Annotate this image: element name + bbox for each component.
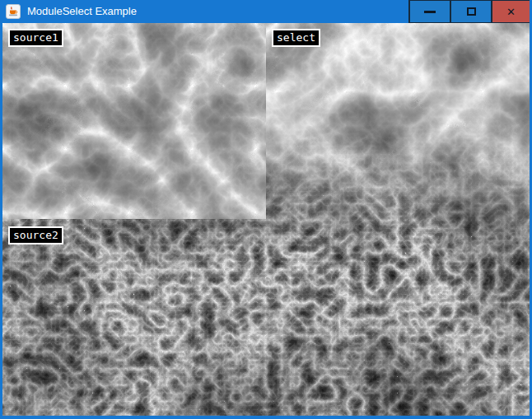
- maximize-icon: [467, 7, 476, 16]
- titlebar[interactable]: ModuleSelect Example ✕: [0, 0, 532, 23]
- close-button[interactable]: ✕: [491, 0, 530, 23]
- app-window: ModuleSelect Example ✕: [0, 0, 532, 419]
- label-source2: source2: [8, 226, 63, 244]
- noise-layer-select-top: [266, 23, 530, 235]
- window-title: ModuleSelect Example: [27, 0, 137, 23]
- java-coffee-cup-icon: [6, 4, 21, 19]
- maximize-button[interactable]: [450, 0, 491, 23]
- minimize-button[interactable]: [408, 0, 450, 23]
- close-icon: ✕: [506, 7, 516, 17]
- noise-layer-source1: [2, 23, 266, 219]
- label-select: select: [272, 29, 320, 47]
- minimize-icon: [424, 11, 436, 13]
- window-controls: ✕: [408, 0, 530, 23]
- label-source1: source1: [8, 29, 63, 47]
- noise-canvas: source1 select source2: [2, 23, 530, 416]
- noise-render: [2, 23, 530, 416]
